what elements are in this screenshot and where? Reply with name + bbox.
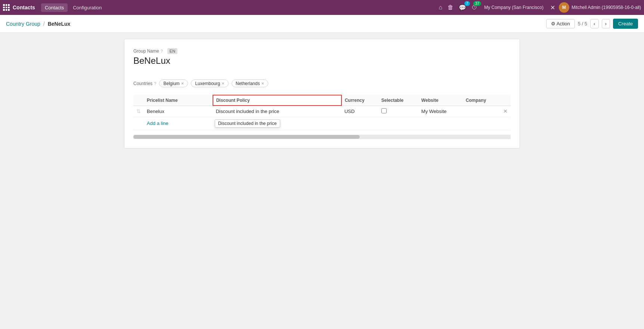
trash-icon-btn[interactable]: 🗑 <box>446 3 455 12</box>
group-name-section: Group Name ? EN BeNeLux <box>133 48 511 72</box>
navbar-right: ⌂ 🗑 💬 7 ⏱ 37 My Company (San Francisco) … <box>437 2 641 13</box>
drag-cell[interactable]: ⇅ <box>133 106 144 117</box>
app-name: Contacts <box>13 4 35 10</box>
th-website: Website <box>418 95 463 106</box>
th-drag <box>133 95 144 106</box>
home-icon-btn[interactable]: ⌂ <box>437 3 444 12</box>
create-button[interactable]: Create <box>613 19 638 29</box>
horizontal-scrollbar[interactable] <box>133 135 511 139</box>
pagination-info: 5 / 5 <box>578 21 587 26</box>
th-discount-policy: Discount Policy <box>213 95 341 106</box>
navbar-contacts[interactable]: Contacts <box>41 3 68 12</box>
countries-row: Countries ? Belgium × Luxembourg × Nethe… <box>133 79 511 87</box>
selectable-checkbox[interactable] <box>381 108 387 113</box>
main-content: Group Name ? EN BeNeLux Countries ? Belg… <box>0 33 644 154</box>
add-line-row: Add a line Discount included in the pric… <box>133 117 511 130</box>
navbar: Contacts Contacts Configuration ⌂ 🗑 💬 7 … <box>0 0 644 15</box>
pricelist-table: Pricelist Name Discount Policy Currency … <box>133 95 511 130</box>
breadcrumb-actions: ⚙ Action 5 / 5 ‹ › Create <box>546 19 638 29</box>
th-selectable: Selectable <box>378 95 418 106</box>
breadcrumb-current: BeNeLux <box>48 21 71 27</box>
add-line-button[interactable]: Add a line <box>147 120 168 126</box>
group-name-label: Group Name ? EN <box>133 48 511 54</box>
discount-tooltip: Discount included in the price <box>215 119 280 128</box>
prev-page-button[interactable]: ‹ <box>590 19 598 28</box>
th-currency: Currency <box>341 95 378 106</box>
group-name-help[interactable]: ? <box>161 49 163 53</box>
th-pricelist-name: Pricelist Name <box>144 95 213 106</box>
drag-handle-icon[interactable]: ⇅ <box>136 108 141 114</box>
action-button[interactable]: ⚙ Action <box>546 19 575 28</box>
remove-belgium-btn[interactable]: × <box>181 81 184 86</box>
th-delete <box>500 95 511 106</box>
th-company: Company <box>463 95 500 106</box>
remove-netherlands-btn[interactable]: × <box>261 81 264 86</box>
country-tag-belgium: Belgium × <box>159 79 188 87</box>
country-tag-luxembourg: Luxembourg × <box>191 79 228 87</box>
currency-cell: USD <box>341 106 378 117</box>
lang-badge[interactable]: EN <box>167 48 177 54</box>
breadcrumb-bar: Country Group / BeNeLux ⚙ Action 5 / 5 ‹… <box>0 15 644 33</box>
delete-cell[interactable]: ✕ <box>500 106 511 117</box>
add-line-cell[interactable]: Add a line Discount included in the pric… <box>144 117 341 130</box>
chat-badge: 7 <box>464 1 470 6</box>
company-cell <box>463 106 500 117</box>
delete-row-btn[interactable]: ✕ <box>503 108 508 114</box>
app-brand[interactable]: Contacts <box>13 4 35 10</box>
selectable-cell[interactable] <box>378 106 418 117</box>
breadcrumb-parent[interactable]: Country Group <box>6 21 40 27</box>
countries-label: Countries ? <box>133 81 156 86</box>
apps-icon[interactable] <box>3 4 10 11</box>
table-row: ⇅ Benelux Discount included in the price… <box>133 106 511 117</box>
breadcrumb-separator: / <box>43 21 45 27</box>
chat-icon-btn[interactable]: 💬 7 <box>457 3 468 13</box>
table-header-row: Pricelist Name Discount Policy Currency … <box>133 95 511 106</box>
user-name: Mitchell Admin (19905958-16-0-all) <box>572 5 641 10</box>
avatar[interactable]: M <box>559 2 569 13</box>
website-cell: My Website <box>418 106 463 117</box>
next-page-button[interactable]: › <box>602 19 610 28</box>
country-tag-netherlands: Netherlands × <box>232 79 268 87</box>
activity-badge: 37 <box>473 1 481 6</box>
remove-luxembourg-btn[interactable]: × <box>222 81 225 86</box>
activity-icon-btn[interactable]: ⏱ 37 <box>470 3 479 12</box>
company-name[interactable]: My Company (San Francisco) <box>481 5 547 10</box>
settings-icon-btn[interactable]: ✕ <box>549 3 557 13</box>
countries-help[interactable]: ? <box>154 81 156 86</box>
pricelist-name-cell[interactable]: Benelux <box>144 106 213 117</box>
scrollbar-thumb <box>133 135 360 139</box>
discount-policy-cell[interactable]: Discount included in the price <box>213 106 341 117</box>
record-card: Group Name ? EN BeNeLux Countries ? Belg… <box>124 39 520 148</box>
add-line-drag <box>133 117 144 130</box>
navbar-menu: Contacts Configuration <box>41 3 106 12</box>
group-name-value: BeNeLux <box>133 56 511 66</box>
navbar-configuration[interactable]: Configuration <box>69 3 105 12</box>
